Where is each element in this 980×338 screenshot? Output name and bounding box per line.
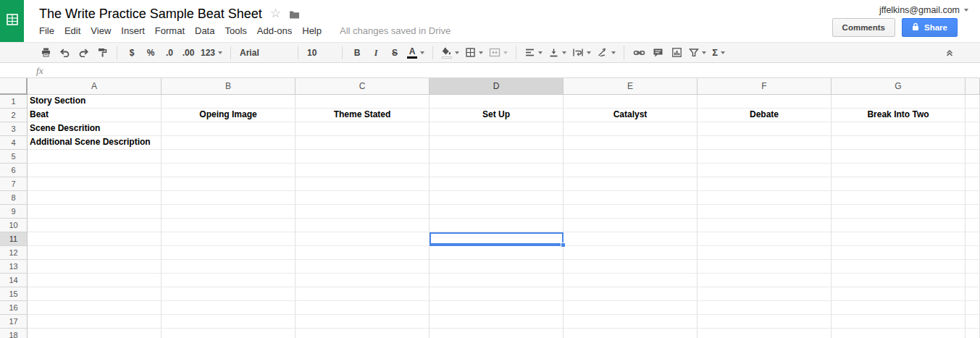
cell-stub-14[interactable] xyxy=(966,274,980,287)
cell-E6[interactable] xyxy=(564,164,698,177)
cell-C9[interactable] xyxy=(296,205,430,219)
column-header-G[interactable]: G xyxy=(832,78,966,95)
increase-decimal-places-button[interactable]: .00 xyxy=(180,45,197,61)
cell-F8[interactable] xyxy=(698,191,832,205)
cell-A1[interactable]: Story Section xyxy=(28,95,162,109)
cell-B7[interactable] xyxy=(162,177,296,191)
menu-view[interactable]: View xyxy=(85,23,116,38)
row-header-12[interactable]: 12 xyxy=(0,246,28,260)
cell-B11[interactable] xyxy=(162,232,296,246)
cell-B1[interactable] xyxy=(162,95,296,109)
cell-F4[interactable] xyxy=(698,136,832,150)
cell-E1[interactable] xyxy=(564,95,698,109)
cell-F18[interactable] xyxy=(698,329,832,338)
cell-stub-4[interactable] xyxy=(966,136,980,150)
cell-A17[interactable] xyxy=(28,315,162,329)
merge-cells-button[interactable] xyxy=(487,45,510,61)
cell-F7[interactable] xyxy=(698,177,832,191)
menu-tools[interactable]: Tools xyxy=(219,23,251,38)
cell-G2[interactable]: Break Into Two xyxy=(832,109,966,122)
cell-E11[interactable] xyxy=(564,232,698,246)
cell-F9[interactable] xyxy=(698,205,832,219)
row-header-1[interactable]: 1 xyxy=(0,95,28,109)
cell-G10[interactable] xyxy=(832,219,966,232)
cell-F11[interactable] xyxy=(698,232,832,246)
cell-A15[interactable] xyxy=(28,287,162,301)
cell-stub-1[interactable] xyxy=(966,95,980,109)
format-percent-button[interactable]: % xyxy=(142,45,159,61)
column-header-E[interactable]: E xyxy=(564,78,698,95)
insert-link-button[interactable] xyxy=(630,45,648,61)
cell-E10[interactable] xyxy=(564,219,698,232)
menu-add-ons[interactable]: Add-ons xyxy=(252,23,297,38)
cell-B5[interactable] xyxy=(162,150,296,164)
cell-C13[interactable] xyxy=(296,260,430,274)
formula-input[interactable] xyxy=(55,65,980,77)
cell-B8[interactable] xyxy=(162,191,296,205)
cell-E15[interactable] xyxy=(564,287,698,301)
menu-file[interactable]: File xyxy=(34,23,59,38)
cell-D2[interactable]: Set Up xyxy=(430,109,564,122)
row-header-8[interactable]: 8 xyxy=(0,191,28,205)
cell-stub-5[interactable] xyxy=(966,150,980,164)
cell-F13[interactable] xyxy=(698,260,832,274)
menu-data[interactable]: Data xyxy=(190,23,219,38)
cell-B15[interactable] xyxy=(162,287,296,301)
cell-C8[interactable] xyxy=(296,191,430,205)
cell-stub-2[interactable] xyxy=(966,109,980,122)
cell-A7[interactable] xyxy=(28,177,162,191)
save-status[interactable]: All changes saved in Drive xyxy=(340,25,451,36)
fill-color-button[interactable] xyxy=(439,45,461,61)
more-formats-button[interactable]: 123 xyxy=(198,45,225,61)
cell-A14[interactable] xyxy=(28,274,162,287)
row-header-18[interactable]: 18 xyxy=(0,329,28,338)
cell-F2[interactable]: Debate xyxy=(698,109,832,122)
cell-B12[interactable] xyxy=(162,246,296,260)
cell-B10[interactable] xyxy=(162,219,296,232)
cell-A9[interactable] xyxy=(28,205,162,219)
select-all-corner[interactable] xyxy=(0,78,28,95)
cell-E5[interactable] xyxy=(564,150,698,164)
cell-A18[interactable] xyxy=(28,329,162,338)
cell-E9[interactable] xyxy=(564,205,698,219)
cell-C5[interactable] xyxy=(296,150,430,164)
cell-A4[interactable]: Additional Scene Description xyxy=(28,136,162,150)
row-header-13[interactable]: 13 xyxy=(0,260,28,274)
insert-chart-button[interactable] xyxy=(668,45,685,61)
share-button[interactable]: Share xyxy=(902,18,958,37)
redo-button[interactable] xyxy=(75,45,92,61)
column-header-D[interactable]: D xyxy=(430,78,564,95)
column-header-A[interactable]: A xyxy=(28,78,162,95)
menu-insert[interactable]: Insert xyxy=(116,23,150,38)
paint-format-button[interactable] xyxy=(93,45,111,61)
format-currency-button[interactable]: $ xyxy=(123,45,141,61)
horizontal-align-button[interactable] xyxy=(522,45,545,61)
cell-C7[interactable] xyxy=(296,177,430,191)
cell-E12[interactable] xyxy=(564,246,698,260)
cell-G15[interactable] xyxy=(832,287,966,301)
cell-E7[interactable] xyxy=(564,177,698,191)
cell-stub-9[interactable] xyxy=(966,205,980,219)
cell-stub-8[interactable] xyxy=(966,191,980,205)
cell-F10[interactable] xyxy=(698,219,832,232)
cell-F5[interactable] xyxy=(698,150,832,164)
text-color-button[interactable]: A xyxy=(405,45,427,61)
cell-D4[interactable] xyxy=(430,136,564,150)
row-header-17[interactable]: 17 xyxy=(0,315,28,329)
cell-F1[interactable] xyxy=(698,95,832,109)
filter-button[interactable] xyxy=(687,45,708,61)
cell-G9[interactable] xyxy=(832,205,966,219)
cell-E13[interactable] xyxy=(564,260,698,274)
selection-box[interactable] xyxy=(430,232,564,246)
print-button[interactable] xyxy=(37,45,54,61)
cell-F17[interactable] xyxy=(698,315,832,329)
cell-G8[interactable] xyxy=(832,191,966,205)
cell-C6[interactable] xyxy=(296,164,430,177)
row-header-16[interactable]: 16 xyxy=(0,301,28,315)
row-header-7[interactable]: 7 xyxy=(0,177,28,191)
bold-button[interactable]: B xyxy=(348,45,366,61)
cell-A6[interactable] xyxy=(28,164,162,177)
cell-D3[interactable] xyxy=(430,122,564,136)
cell-stub-7[interactable] xyxy=(966,177,980,191)
cell-G7[interactable] xyxy=(832,177,966,191)
